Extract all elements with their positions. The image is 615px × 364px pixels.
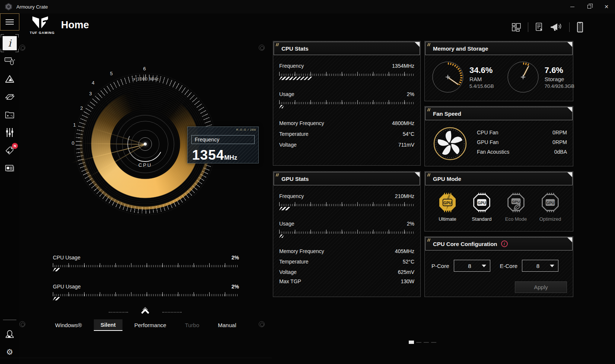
minimize-button[interactable] bbox=[564, 0, 581, 13]
ram-label: RAM bbox=[469, 76, 494, 82]
cpu-stats-panel: CPU Stats Frequency 1354MHz Usage 2% Mem… bbox=[273, 41, 421, 166]
gpu-mode-eco[interactable]: GPU Eco Mode bbox=[500, 192, 532, 222]
chevron-down-icon bbox=[482, 265, 486, 267]
stat-row: Memory Frequency 405MHz bbox=[279, 248, 414, 255]
ram-donut-icon bbox=[431, 61, 464, 93]
gauge-core-label: CPU bbox=[138, 162, 152, 168]
widgets-button[interactable] bbox=[512, 22, 521, 32]
stat-label: Voltage bbox=[279, 141, 297, 149]
titlebar: Armoury Crate ✕ bbox=[0, 0, 615, 13]
menu-button[interactable] bbox=[0, 13, 19, 31]
fan-speed-panel: Fan Speed CPU Fan 0RPM bbox=[424, 106, 573, 166]
fan-label: GPU Fan bbox=[477, 139, 498, 146]
memory-storage-panel: Memory and Storage 34.6% RAM 5.4/15.6GB bbox=[424, 41, 573, 101]
cpu-core-config-title: CPU Core Configuration bbox=[433, 241, 497, 247]
gpu-usage-bar bbox=[53, 292, 239, 296]
tooltip-value: 1354MHz bbox=[192, 147, 237, 163]
e-core-dropdown[interactable]: 8 bbox=[522, 260, 558, 272]
gauge-center-dot bbox=[144, 143, 147, 146]
frequency-progress bbox=[279, 207, 291, 210]
stat-row: Memory Frequency 4800MHz bbox=[279, 119, 414, 127]
announcements-button[interactable] bbox=[551, 22, 563, 32]
fan-value: 0RPM bbox=[552, 139, 567, 146]
mobile-connect-button[interactable] bbox=[576, 22, 584, 33]
topbar-separator bbox=[528, 22, 528, 32]
ram-percent: 34.6% bbox=[469, 66, 494, 75]
gpu-mode-optimized[interactable]: GPU Optimized bbox=[534, 192, 566, 222]
apply-button[interactable]: Apply bbox=[515, 281, 567, 293]
stat-value: 2% bbox=[407, 220, 414, 227]
gpu-stats-title: GPU Stats bbox=[281, 176, 309, 182]
armoury-crate-logo-icon bbox=[4, 3, 13, 11]
stat-label: Memory Frequency bbox=[279, 119, 324, 127]
gauge-scale-1: 1 bbox=[73, 122, 76, 128]
expand-panel-handle[interactable] bbox=[131, 307, 159, 316]
gpu-chip-eco-icon: GPU bbox=[506, 192, 526, 213]
stat-label: Max TGP bbox=[279, 278, 301, 285]
gauge-scale-2: 2 bbox=[80, 105, 83, 111]
header-mark-icon bbox=[428, 239, 430, 242]
tab-turbo[interactable]: Turbo bbox=[178, 320, 206, 331]
indicator-dash bbox=[416, 342, 421, 343]
fan-value: 0dBA bbox=[554, 149, 567, 155]
gpu-mode-label: Ultimate bbox=[431, 216, 463, 222]
gpu-mode-standard[interactable]: GPU Standard bbox=[466, 192, 498, 222]
stat-row: Usage 2% bbox=[279, 220, 414, 227]
ram-gauge: 34.6% RAM 5.4/15.6GB bbox=[431, 61, 494, 93]
storage-donut-icon bbox=[507, 61, 539, 93]
stat-value: 4800MHz bbox=[392, 119, 414, 127]
storage-gauge: 7.6% Storage 70.4/926.3GB bbox=[507, 61, 574, 93]
page-title: Home bbox=[61, 19, 89, 31]
cpu-stats-title: CPU Stats bbox=[281, 45, 309, 52]
page-header: TUF GAMING Home bbox=[19, 13, 615, 39]
stat-row: Frequency 1354MHz bbox=[279, 62, 414, 70]
tab-manual[interactable]: Manual bbox=[211, 320, 243, 331]
restore-button[interactable] bbox=[581, 0, 598, 13]
feedback-doc-icon bbox=[535, 22, 544, 32]
gpu-stats-header: GPU Stats bbox=[274, 172, 420, 185]
e-core-label: E-Core bbox=[500, 263, 518, 269]
gpu-mode-ultimate[interactable]: GPU Ultimate bbox=[431, 192, 463, 222]
stat-label: Memory Frequency bbox=[279, 248, 324, 255]
gauge-scale-6: 6 bbox=[143, 66, 146, 71]
stat-row: Usage 2% bbox=[279, 90, 414, 98]
svg-text:GPU: GPU bbox=[546, 201, 554, 205]
feedback-button[interactable] bbox=[535, 22, 544, 32]
stat-row: Voltage 711mV bbox=[279, 141, 414, 149]
armoury-crate-window: Armoury Crate ✕ i bbox=[0, 0, 615, 364]
header-mark-icon bbox=[428, 108, 430, 111]
chevron-down-icon bbox=[550, 265, 554, 267]
svg-text:GPU: GPU bbox=[478, 201, 486, 205]
gpu-stats-panel: GPU Stats Frequency 210MHz Usage 2% Memo… bbox=[273, 171, 421, 297]
memory-storage-title: Memory and Storage bbox=[433, 45, 488, 52]
stat-label: Temperature bbox=[279, 258, 309, 265]
dotted-divider bbox=[109, 312, 128, 313]
stat-row: Temperature 54°C bbox=[279, 130, 414, 138]
divider bbox=[0, 358, 272, 358]
tab-silent[interactable]: Silent bbox=[94, 319, 122, 331]
p-core-dropdown[interactable]: 8 bbox=[454, 260, 490, 272]
stat-row: Max TGP 130W bbox=[279, 278, 414, 285]
stat-value: 210MHz bbox=[395, 192, 414, 200]
ram-detail: 5.4/15.6GB bbox=[469, 83, 494, 89]
frequency-progress bbox=[279, 77, 313, 80]
gpu-mode-title: GPU Mode bbox=[433, 176, 461, 182]
gauge-scale-5: 5 bbox=[110, 71, 112, 76]
cpu-usage-label: CPU Usage bbox=[53, 255, 80, 261]
header-mark-icon bbox=[428, 43, 430, 46]
gpu-chip-standard-icon: GPU bbox=[472, 192, 492, 213]
gauge-scale-0: 0 bbox=[71, 140, 74, 146]
info-icon[interactable]: i bbox=[501, 240, 508, 247]
tab-performance[interactable]: Performance bbox=[128, 320, 173, 331]
close-button[interactable]: ✕ bbox=[598, 0, 615, 13]
stat-value: 130W bbox=[401, 278, 414, 285]
stat-label: Usage bbox=[279, 220, 294, 227]
fan-icon bbox=[433, 127, 467, 161]
tooltip-unit: MHz bbox=[224, 154, 237, 161]
gpu-usage-progress bbox=[53, 297, 60, 300]
stat-value: 1354MHz bbox=[392, 62, 414, 70]
tab-windows[interactable]: Windows® bbox=[48, 320, 89, 331]
storage-percent: 7.6% bbox=[545, 66, 574, 75]
frequency-bar bbox=[279, 72, 414, 76]
usage-bar bbox=[279, 230, 414, 234]
